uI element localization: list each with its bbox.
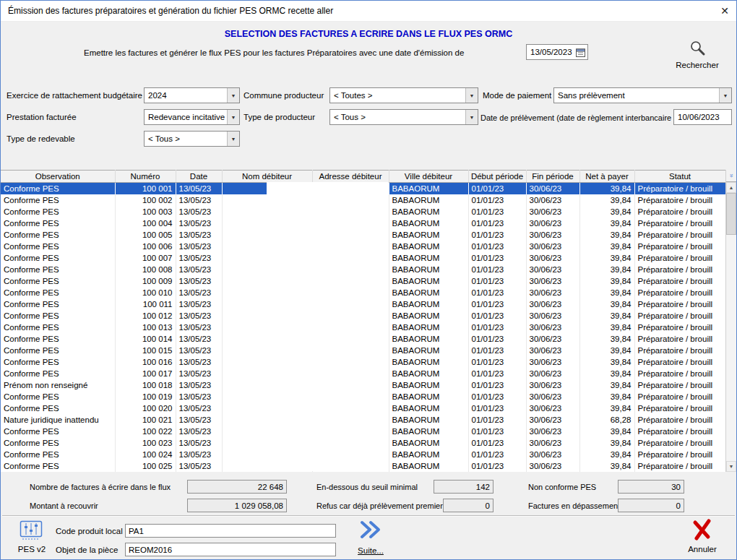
cell: 13/05/23 bbox=[176, 437, 222, 449]
seuil-field: 142 bbox=[434, 480, 494, 494]
cell: BABAORUM bbox=[389, 333, 468, 345]
cell: 13/05/23 bbox=[176, 287, 222, 298]
cell: 30/06/23 bbox=[526, 217, 579, 229]
cell: Conforme PES bbox=[1, 275, 115, 287]
cell: 13/05/23 bbox=[176, 322, 222, 333]
cell: 39,84 bbox=[579, 217, 634, 229]
objet-piece-label: Objet de la pièce bbox=[56, 546, 118, 554]
column-header[interactable]: Date bbox=[176, 171, 222, 183]
code-produit-input[interactable]: PA1 bbox=[125, 524, 336, 538]
column-header[interactable]: Fin période bbox=[526, 171, 579, 183]
code-produit-value: PA1 bbox=[126, 527, 144, 535]
cell: Préparatoire / brouill bbox=[634, 206, 725, 217]
search-label: Rechercher bbox=[673, 61, 722, 69]
objet-piece-input[interactable]: REOM2016 bbox=[125, 543, 336, 556]
cell: 01/01/23 bbox=[468, 356, 526, 368]
double-chevron-icon bbox=[359, 531, 382, 541]
cell: Préparatoire / brouill bbox=[634, 287, 725, 298]
cell: 30/06/23 bbox=[526, 391, 579, 402]
date-prelevement-input[interactable]: 10/06/2023 bbox=[673, 109, 732, 125]
exercice-value: 2024 bbox=[145, 91, 227, 100]
cell: 100 023 bbox=[115, 437, 176, 449]
cell: BABAORUM bbox=[389, 310, 468, 322]
suite-button[interactable] bbox=[359, 520, 382, 541]
cell: 30/06/23 bbox=[526, 449, 579, 460]
scrollbar-thumb[interactable] bbox=[726, 193, 736, 235]
column-header[interactable]: Statut bbox=[634, 171, 725, 183]
cell: Conforme PES bbox=[1, 206, 115, 217]
column-options-icon[interactable]: « bbox=[726, 170, 736, 182]
pes-v2-button[interactable] bbox=[20, 520, 44, 543]
dropdown-arrow-icon: ▼ bbox=[465, 110, 478, 124]
cell: Conforme PES bbox=[1, 322, 115, 333]
suite-label[interactable]: Suite... bbox=[353, 546, 388, 555]
cell: 39,84 bbox=[579, 402, 634, 414]
cell: Préparatoire / brouill bbox=[634, 426, 725, 437]
cell: Préparatoire / brouill bbox=[634, 368, 725, 379]
scroll-down-icon[interactable]: ▼ bbox=[726, 461, 736, 472]
type-redevable-select[interactable]: < Tous > ▼ bbox=[144, 131, 240, 147]
cell: 01/01/23 bbox=[468, 333, 526, 345]
refus-value: 0 bbox=[486, 501, 490, 510]
cell: 39,84 bbox=[579, 229, 634, 241]
cell: Nature juridique inattendu bbox=[1, 414, 115, 426]
cell: BABAORUM bbox=[389, 287, 468, 298]
column-header[interactable]: Ville débiteur bbox=[389, 171, 468, 183]
cell: Préparatoire / brouill bbox=[634, 356, 725, 368]
cell: 100 002 bbox=[115, 194, 176, 206]
cell: BABAORUM bbox=[389, 264, 468, 275]
cell: 01/01/23 bbox=[468, 287, 526, 298]
close-icon[interactable]: ✕ bbox=[720, 5, 729, 17]
search-button[interactable]: Rechercher bbox=[673, 40, 722, 69]
cell: 39,84 bbox=[579, 333, 634, 345]
cell: Préparatoire / brouill bbox=[634, 183, 725, 195]
code-produit-label: Code produit local bbox=[56, 527, 123, 535]
cell: BABAORUM bbox=[389, 194, 468, 206]
column-header[interactable]: Observation bbox=[1, 171, 115, 183]
cell: 01/01/23 bbox=[468, 229, 526, 241]
montant-value: 1 029 058,08 bbox=[235, 501, 283, 510]
scrollbar-track[interactable] bbox=[726, 235, 736, 461]
dropdown-arrow-icon: ▼ bbox=[227, 110, 239, 124]
type-redevable-value: < Tous > bbox=[145, 134, 227, 143]
cell: Conforme PES bbox=[1, 333, 115, 345]
cell: BABAORUM bbox=[389, 322, 468, 333]
cell: 100 024 bbox=[115, 449, 176, 460]
cell: 100 005 bbox=[115, 229, 176, 241]
cell: BABAORUM bbox=[389, 402, 468, 414]
window-title: Émission des factures préparatoires et g… bbox=[8, 6, 333, 16]
column-header[interactable]: Adresse débiteur bbox=[312, 171, 389, 183]
cell: 01/01/23 bbox=[468, 275, 526, 287]
column-header[interactable]: Net à payer bbox=[579, 171, 634, 183]
cell: BABAORUM bbox=[389, 183, 468, 195]
cell: 13/05/23 bbox=[176, 414, 222, 426]
cell: 100 014 bbox=[115, 333, 176, 345]
non-conforme-field: 30 bbox=[618, 480, 684, 494]
non-conforme-label: Non conforme PES bbox=[528, 483, 596, 491]
mode-paiement-select[interactable]: Sans prélèvement ▼ bbox=[553, 87, 732, 103]
column-header[interactable]: Début période bbox=[468, 171, 526, 183]
cell: Préparatoire / brouill bbox=[634, 449, 725, 460]
emission-date-input[interactable]: 13/05/2023 bbox=[526, 44, 588, 60]
cell: 30/06/23 bbox=[526, 310, 579, 322]
cell: Préparatoire / brouill bbox=[634, 217, 725, 229]
cell: 01/01/23 bbox=[468, 298, 526, 310]
cell: 13/05/23 bbox=[176, 252, 222, 264]
cell: BABAORUM bbox=[389, 298, 468, 310]
type-producteur-select[interactable]: < Tous > ▼ bbox=[329, 109, 478, 125]
cell: Préparatoire / brouill bbox=[634, 322, 725, 333]
exercice-select[interactable]: 2024 ▼ bbox=[144, 87, 240, 103]
commune-select[interactable]: < Toutes > ▼ bbox=[329, 87, 478, 103]
prestation-select[interactable]: Redevance incitative ▼ bbox=[144, 109, 240, 125]
cell: 30/06/23 bbox=[526, 345, 579, 356]
cell: Préparatoire / brouill bbox=[634, 275, 725, 287]
calendar-icon[interactable] bbox=[573, 48, 587, 57]
column-header[interactable]: Numéro bbox=[115, 171, 176, 183]
cell: 100 008 bbox=[115, 264, 176, 275]
scroll-up-icon[interactable]: ▲ bbox=[726, 182, 736, 193]
cell: Conforme PES bbox=[1, 356, 115, 368]
annuler-button[interactable] bbox=[691, 517, 712, 543]
column-header[interactable]: Nom débiteur bbox=[222, 171, 312, 183]
cell: 100 011 bbox=[115, 298, 176, 310]
cell: BABAORUM bbox=[389, 379, 468, 391]
